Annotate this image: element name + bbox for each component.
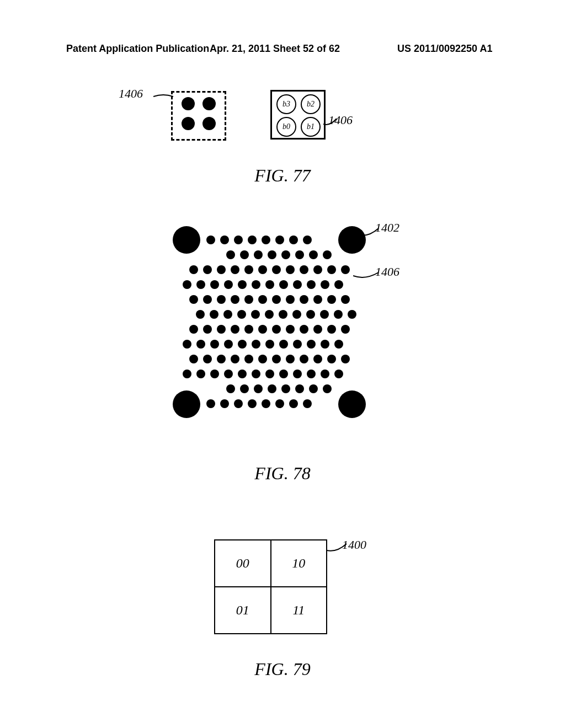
svg-point-121: [220, 399, 229, 408]
fig77-caption: FIG. 77: [0, 165, 565, 186]
header-right: US 2011/0092250 A1: [397, 43, 492, 55]
circle-b3: b3: [276, 94, 296, 114]
svg-point-16: [189, 265, 198, 274]
svg-point-36: [293, 280, 302, 289]
svg-point-64: [189, 325, 198, 334]
svg-point-90: [217, 355, 226, 363]
cell-01: 01: [215, 587, 271, 634]
svg-point-35: [279, 280, 288, 289]
header-center: Apr. 21, 2011 Sheet 52 of 62: [210, 43, 340, 55]
svg-point-30: [210, 280, 219, 289]
svg-point-0: [206, 235, 215, 244]
svg-point-25: [313, 265, 322, 274]
svg-point-33: [252, 280, 260, 289]
svg-point-120: [206, 399, 215, 408]
svg-point-125: [275, 399, 284, 408]
svg-point-17: [203, 265, 212, 274]
label-1406-fig78: 1406: [375, 265, 399, 279]
svg-point-84: [293, 340, 302, 349]
svg-point-103: [224, 370, 233, 378]
svg-point-29: [196, 280, 205, 289]
svg-point-47: [286, 295, 295, 304]
svg-point-107: [279, 370, 288, 378]
svg-point-76: [183, 340, 191, 349]
dot-bl: [182, 117, 195, 130]
svg-point-88: [189, 355, 198, 363]
target-bl: [173, 390, 200, 418]
label-1402: 1402: [375, 221, 399, 235]
svg-point-66: [217, 325, 226, 334]
svg-point-12: [281, 250, 290, 259]
cell-00: 00: [215, 540, 271, 587]
svg-point-22: [272, 265, 281, 274]
svg-point-45: [258, 295, 267, 304]
svg-point-87: [334, 340, 343, 349]
svg-point-19: [231, 265, 239, 274]
svg-point-115: [268, 384, 276, 393]
cell-11: 11: [271, 587, 327, 634]
svg-point-27: [341, 265, 350, 274]
svg-point-14: [309, 250, 318, 259]
svg-point-105: [252, 370, 260, 378]
svg-point-53: [210, 310, 218, 319]
svg-point-69: [258, 325, 267, 334]
svg-point-31: [224, 280, 233, 289]
svg-point-81: [252, 340, 260, 349]
svg-point-85: [307, 340, 316, 349]
leader-line-left: [153, 93, 173, 100]
svg-point-48: [300, 295, 308, 304]
svg-point-71: [286, 325, 295, 334]
svg-point-102: [210, 370, 219, 378]
svg-point-68: [244, 325, 253, 334]
svg-point-106: [265, 370, 274, 378]
svg-point-40: [189, 295, 198, 304]
svg-point-77: [196, 340, 205, 349]
svg-point-89: [203, 355, 212, 363]
svg-point-97: [313, 355, 322, 363]
svg-point-104: [238, 370, 247, 378]
svg-point-23: [286, 265, 295, 274]
svg-point-59: [292, 310, 301, 319]
svg-point-73: [313, 325, 322, 334]
svg-point-41: [203, 295, 212, 304]
svg-point-82: [265, 340, 274, 349]
svg-point-57: [265, 310, 274, 319]
svg-point-43: [231, 295, 239, 304]
svg-point-95: [286, 355, 295, 363]
svg-point-99: [341, 355, 350, 363]
svg-point-4: [262, 235, 270, 244]
svg-point-28: [183, 280, 191, 289]
svg-point-10: [254, 250, 263, 259]
svg-point-100: [183, 370, 191, 378]
svg-point-15: [323, 250, 332, 259]
svg-point-114: [254, 384, 263, 393]
svg-point-24: [300, 265, 308, 274]
svg-point-72: [300, 325, 308, 334]
fig79-caption: FIG. 79: [0, 659, 565, 679]
fig77-dashed-box: [171, 91, 226, 141]
svg-point-20: [244, 265, 253, 274]
svg-point-50: [327, 295, 336, 304]
fig78-svg: [150, 223, 415, 422]
circle-b1: b1: [301, 117, 321, 137]
label-1406-right: 1406: [328, 113, 353, 127]
svg-point-79: [224, 340, 233, 349]
svg-point-93: [258, 355, 267, 363]
svg-point-98: [327, 355, 336, 363]
svg-point-119: [323, 384, 332, 393]
target-tl: [173, 226, 200, 254]
svg-point-11: [268, 250, 276, 259]
svg-point-21: [258, 265, 267, 274]
svg-point-26: [327, 265, 336, 274]
svg-point-75: [341, 325, 350, 334]
svg-point-111: [334, 370, 343, 378]
svg-point-63: [348, 310, 356, 319]
svg-point-13: [295, 250, 304, 259]
svg-point-6: [289, 235, 298, 244]
svg-point-70: [272, 325, 281, 334]
svg-point-38: [321, 280, 329, 289]
dot-tl: [182, 97, 195, 110]
svg-point-42: [217, 295, 226, 304]
svg-point-54: [223, 310, 232, 319]
svg-point-83: [279, 340, 288, 349]
